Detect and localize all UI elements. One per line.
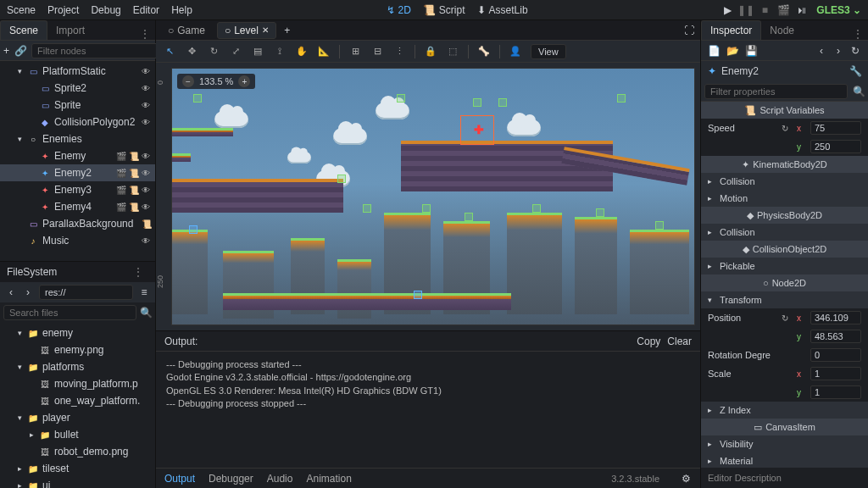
- gizmo[interactable]: [465, 213, 473, 221]
- menu-help[interactable]: Help: [171, 4, 192, 16]
- row-action-icon[interactable]: 👁: [142, 202, 152, 212]
- chevron-icon[interactable]: ▾: [15, 413, 24, 422]
- pause-button[interactable]: ❚❚: [740, 4, 752, 16]
- history-forward-button[interactable]: ›: [832, 45, 844, 57]
- fs-path-input[interactable]: res://: [39, 285, 133, 300]
- close-tab-icon[interactable]: ✕: [262, 25, 269, 35]
- filter-properties-input[interactable]: [704, 84, 848, 99]
- section-motion[interactable]: ▸Motion: [701, 190, 868, 207]
- section-visibility[interactable]: ▸Visibility: [701, 435, 868, 452]
- fs-item-ui[interactable]: ▸📁ui: [0, 477, 155, 488]
- workspace-2d[interactable]: ↯2D: [387, 4, 411, 16]
- property-value-input[interactable]: 250: [810, 140, 861, 153]
- panel-tab-node[interactable]: Node: [761, 21, 803, 40]
- chevron-icon[interactable]: ▾: [15, 329, 24, 337]
- fs-item-tileset[interactable]: ▸📁tileset: [0, 460, 155, 477]
- gizmo[interactable]: [397, 94, 405, 103]
- fs-item-moving-platform-p[interactable]: 🖼moving_platform.p: [0, 375, 155, 392]
- row-action-icon[interactable]: 👁: [142, 169, 152, 178]
- section-collision[interactable]: ▸Collision: [701, 224, 868, 241]
- class-header-node2d[interactable]: ○Node2D: [701, 274, 868, 291]
- scene-node-music[interactable]: ♪Music👁: [0, 232, 155, 249]
- menu-editor[interactable]: Editor: [133, 4, 159, 16]
- tool-pointer[interactable]: ↖: [163, 45, 176, 58]
- bottom-tab-audio[interactable]: Audio: [267, 473, 293, 485]
- row-action-icon[interactable]: 🎬: [116, 169, 126, 178]
- panel-options[interactable]: ⋮: [848, 28, 868, 40]
- scene-node-sprite[interactable]: ▭Sprite👁: [0, 97, 155, 114]
- view-menu-button[interactable]: View: [531, 44, 566, 59]
- row-action-icon[interactable]: 👁: [142, 186, 152, 195]
- bottom-panel-options[interactable]: ⚙: [680, 473, 692, 485]
- panel-tab-scene[interactable]: Scene: [0, 20, 47, 40]
- output-copy-button[interactable]: Copy: [637, 336, 660, 347]
- reset-icon[interactable]: ↻: [782, 313, 792, 323]
- tool-move[interactable]: ✥: [185, 45, 198, 58]
- filter-nodes-input[interactable]: [31, 43, 160, 58]
- save-resource-button[interactable]: 💾: [745, 45, 757, 57]
- chevron-icon[interactable]: ▸: [15, 464, 24, 473]
- tool-lock[interactable]: 🔒: [424, 45, 437, 58]
- scene-tab-level[interactable]: ○Level✕: [217, 22, 276, 39]
- chevron-icon[interactable]: ▸: [27, 430, 36, 439]
- scene-node-platformstatic[interactable]: ▾▭PlatformStatic👁: [0, 63, 155, 80]
- fs-search-input[interactable]: [3, 305, 136, 320]
- class-header-physicsbody2d[interactable]: ◆PhysicsBody2D: [701, 207, 868, 224]
- row-action-icon[interactable]: 📜: [129, 186, 139, 195]
- fs-item-bullet[interactable]: ▸📁bullet: [0, 426, 155, 443]
- search-icon[interactable]: 🔍: [853, 86, 865, 97]
- gizmo[interactable]: [498, 98, 507, 107]
- scene-tab-game[interactable]: ○Game: [161, 23, 212, 38]
- workspace-assetlib[interactable]: ⬇AssetLib: [477, 4, 528, 16]
- bottom-tab-output[interactable]: Output: [164, 473, 195, 485]
- play-scene-button[interactable]: 🎬: [777, 4, 789, 16]
- gizmo[interactable]: [193, 94, 202, 103]
- load-resource-button[interactable]: 📂: [726, 45, 738, 57]
- menu-debug[interactable]: Debug: [91, 4, 120, 16]
- distraction-free-button[interactable]: ⛶: [683, 25, 695, 36]
- row-action-icon[interactable]: 👁: [142, 152, 152, 161]
- inspector-body[interactable]: 📜Script VariablesSpeed↻x75y250✦Kinematic…: [701, 102, 868, 468]
- scene-node-enemies[interactable]: ▾○Enemies: [0, 130, 155, 147]
- fs-item-enemy[interactable]: ▾📁enemy: [0, 324, 155, 341]
- tool-measure[interactable]: 📐: [317, 45, 331, 58]
- instance-scene-button[interactable]: 🔗: [14, 45, 26, 57]
- scene-node-enemy4[interactable]: ✦Enemy4🎬📜👁: [0, 198, 155, 215]
- section-collision[interactable]: ▸Collision: [701, 173, 868, 190]
- gizmo[interactable]: [532, 204, 541, 213]
- scene-node-enemy[interactable]: ✦Enemy🎬📜👁: [0, 147, 155, 164]
- gizmo[interactable]: [422, 204, 431, 213]
- row-action-icon[interactable]: 👁: [142, 236, 152, 246]
- row-action-icon[interactable]: 👁: [142, 101, 152, 110]
- gizmo[interactable]: [363, 204, 371, 213]
- menu-scene[interactable]: Scene: [7, 4, 36, 16]
- tool-snap[interactable]: ⊞: [348, 45, 362, 58]
- fs-forward-button[interactable]: ›: [22, 286, 34, 298]
- tool-grid[interactable]: ⊟: [370, 45, 384, 58]
- chevron-icon[interactable]: ▾: [15, 67, 24, 75]
- class-header-script-variables[interactable]: 📜Script Variables: [701, 102, 868, 119]
- filesystem-tree[interactable]: ▾📁enemy🖼enemy.png▾📁platforms🖼moving_plat…: [0, 323, 155, 488]
- tool-rotate[interactable]: ↻: [207, 45, 220, 58]
- chevron-icon[interactable]: ▾: [15, 363, 24, 371]
- class-header-kinematicbody2d[interactable]: ✦KinematicBody2D: [701, 156, 868, 173]
- scene-node-collisionpolygon2[interactable]: ◆CollisionPolygon2👁: [0, 114, 155, 130]
- menu-project[interactable]: Project: [47, 4, 79, 16]
- add-node-button[interactable]: +: [3, 45, 9, 57]
- row-action-icon[interactable]: 📜: [129, 152, 139, 161]
- renderer-selector[interactable]: GLES3 ⌄: [816, 4, 861, 16]
- panel-tab-import[interactable]: Import: [47, 21, 93, 40]
- row-action-icon[interactable]: 🎬: [116, 152, 126, 161]
- scene-node-enemy2[interactable]: ✦Enemy2🎬📜👁: [0, 164, 155, 181]
- panel-tab-inspector[interactable]: Inspector: [701, 20, 761, 40]
- zoom-out-button[interactable]: −: [182, 75, 194, 87]
- row-action-icon[interactable]: 👁: [142, 84, 152, 93]
- fs-item-enemy-png[interactable]: 🖼enemy.png: [0, 341, 155, 358]
- gizmo[interactable]: [617, 94, 626, 103]
- output-clear-button[interactable]: Clear: [667, 336, 692, 347]
- tool-list[interactable]: ▤: [251, 45, 264, 58]
- tool-skeleton[interactable]: 👤: [509, 45, 522, 58]
- property-value-input[interactable]: 48.563: [810, 330, 861, 343]
- play-button[interactable]: ▶: [721, 4, 733, 16]
- row-action-icon[interactable]: 🎬: [116, 186, 126, 195]
